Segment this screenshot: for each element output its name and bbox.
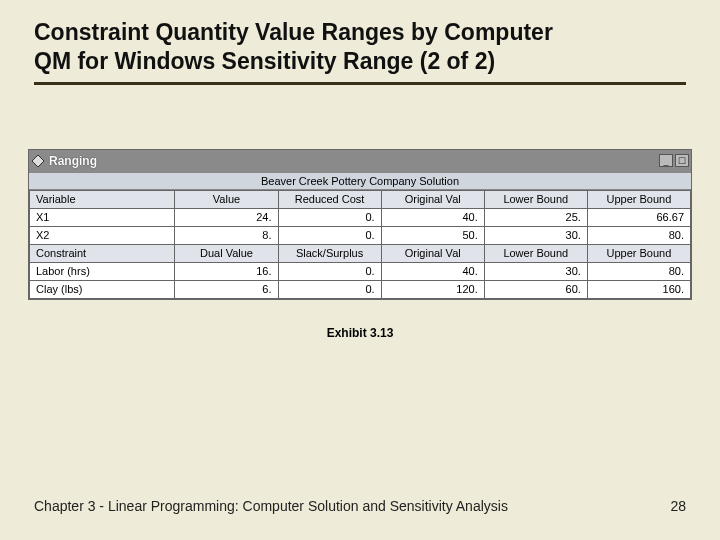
cell: 80. [587, 226, 690, 244]
window-titlebar[interactable]: Ranging _ ☐ [29, 150, 691, 172]
cell: 66.67 [587, 208, 690, 226]
col-upper-bound: Upper Bound [587, 244, 690, 262]
col-value: Value [175, 190, 278, 208]
cell: 0. [278, 226, 381, 244]
table-row[interactable]: X2 8. 0. 50. 30. 80. [30, 226, 691, 244]
title-underline [34, 82, 686, 85]
col-original-val: Original Val [381, 244, 484, 262]
cell: 24. [175, 208, 278, 226]
cell: 40. [381, 208, 484, 226]
cell: 0. [278, 208, 381, 226]
footer-text: Chapter 3 - Linear Programming: Computer… [34, 498, 508, 514]
col-original-val: Original Val [381, 190, 484, 208]
cell: 40. [381, 262, 484, 280]
col-lower-bound: Lower Bound [484, 244, 587, 262]
constraint-header-row: Constraint Dual Value Slack/Surplus Orig… [30, 244, 691, 262]
cell-var-name: X1 [30, 208, 175, 226]
ranging-table: Variable Value Reduced Cost Original Val… [29, 190, 691, 299]
diamond-icon [31, 154, 45, 168]
exhibit-label: Exhibit 3.13 [34, 326, 686, 340]
cell-constraint-name: Clay (lbs) [30, 280, 175, 298]
qm-window: Ranging _ ☐ Beaver Creek Pottery Company… [28, 149, 692, 300]
solution-subtitle: Beaver Creek Pottery Company Solution [29, 172, 691, 190]
col-slack-surplus: Slack/Surplus [278, 244, 381, 262]
minimize-button[interactable]: _ [659, 154, 673, 167]
cell: 0. [278, 280, 381, 298]
window-title: Ranging [49, 154, 657, 168]
table-row[interactable]: Labor (hrs) 16. 0. 40. 30. 80. [30, 262, 691, 280]
svg-marker-0 [32, 155, 44, 167]
cell: 120. [381, 280, 484, 298]
col-dual-value: Dual Value [175, 244, 278, 262]
title-line-1: Constraint Quantity Value Ranges by Comp… [34, 19, 553, 45]
col-reduced-cost: Reduced Cost [278, 190, 381, 208]
title-line-2: QM for Windows Sensitivity Range (2 of 2… [34, 48, 495, 74]
cell: 6. [175, 280, 278, 298]
page-number: 28 [670, 498, 686, 514]
cell-var-name: X2 [30, 226, 175, 244]
page-title: Constraint Quantity Value Ranges by Comp… [34, 18, 686, 76]
cell: 0. [278, 262, 381, 280]
cell: 80. [587, 262, 690, 280]
col-variable: Variable [30, 190, 175, 208]
table-row[interactable]: X1 24. 0. 40. 25. 66.67 [30, 208, 691, 226]
cell: 25. [484, 208, 587, 226]
cell: 60. [484, 280, 587, 298]
cell: 16. [175, 262, 278, 280]
col-lower-bound: Lower Bound [484, 190, 587, 208]
col-constraint: Constraint [30, 244, 175, 262]
cell: 8. [175, 226, 278, 244]
variable-header-row: Variable Value Reduced Cost Original Val… [30, 190, 691, 208]
table-row[interactable]: Clay (lbs) 6. 0. 120. 60. 160. [30, 280, 691, 298]
cell-constraint-name: Labor (hrs) [30, 262, 175, 280]
cell: 50. [381, 226, 484, 244]
cell: 30. [484, 226, 587, 244]
cell: 160. [587, 280, 690, 298]
cell: 30. [484, 262, 587, 280]
col-upper-bound: Upper Bound [587, 190, 690, 208]
maximize-button[interactable]: ☐ [675, 154, 689, 167]
slide-footer: Chapter 3 - Linear Programming: Computer… [34, 498, 686, 514]
